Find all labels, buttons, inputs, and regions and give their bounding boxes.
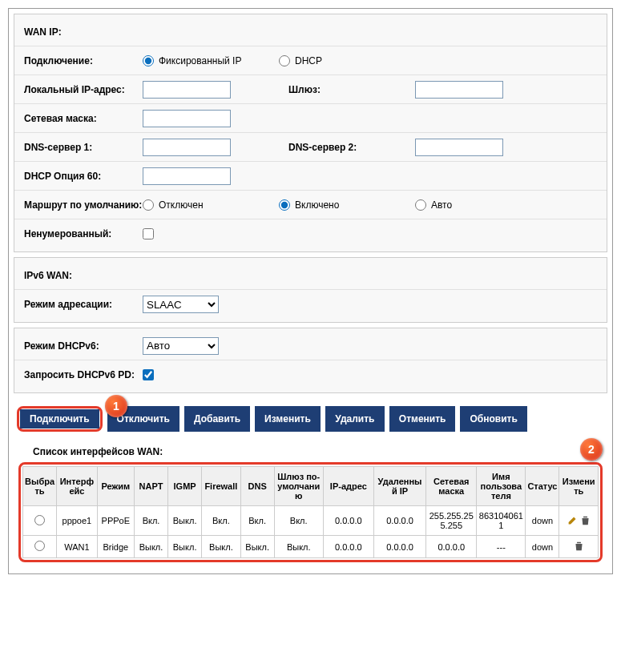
dhcpv6-mode-select[interactable]: Авто: [143, 337, 219, 355]
cell-dns: Вкл.: [240, 506, 274, 536]
defroute-off-radio[interactable]: [143, 199, 154, 211]
wan-table: Выбрать Интерфейс Режим NAPT IGMP Firewa…: [22, 466, 599, 558]
config-panel: WAN IP: Подключение: Фиксированный IP DH…: [8, 8, 613, 574]
cell-igmp: Выкл.: [168, 506, 202, 536]
cell-mode: Bridge: [97, 536, 134, 558]
th-igmp: IGMP: [168, 467, 202, 506]
cell-ip: 0.0.0.0: [323, 536, 373, 558]
cancel-button[interactable]: Отменить: [389, 406, 456, 432]
th-firewall: Firewall: [202, 467, 240, 506]
trash-icon[interactable]: [574, 541, 584, 553]
cell-remote-ip: 0.0.0.0: [373, 536, 425, 558]
wan-list-section: Список интерфейсов WAN: 2 Выбрать Интерф…: [14, 440, 607, 562]
row-select-radio[interactable]: [34, 515, 45, 525]
cell-iface: WAN1: [57, 536, 98, 558]
table-row: pppoe1PPPoEВкл.Выкл.Вкл.Вкл.Вкл.0.0.0.00…: [23, 506, 599, 536]
th-status: Статус: [526, 467, 559, 506]
cell-status: down: [526, 506, 559, 536]
connection-dhcp-radio[interactable]: [279, 55, 290, 66]
th-edit: Изменить: [559, 467, 599, 506]
local-ip-label: Локальный IP-адрес:: [14, 84, 143, 95]
defroute-on-label: Включено: [295, 199, 339, 211]
cell-mode: PPPoE: [97, 506, 134, 536]
cell-remote-ip: 0.0.0.0: [373, 506, 425, 536]
netmask-input[interactable]: [143, 110, 231, 127]
dhcpv6-section: Режим DHCPv6: Авто Запросить DHCPv6 PD:: [14, 328, 607, 393]
dhcpv6-pd-checkbox[interactable]: [143, 369, 154, 380]
defroute-label: Маршрут по умолчанию:: [14, 199, 143, 211]
addrmode-label: Режим адресации:: [14, 299, 143, 310]
cell-iface: pppoe1: [57, 506, 98, 536]
table-row: WAN1BridgeВыкл.Выкл.Выкл.Выкл.Выкл.0.0.0…: [23, 536, 599, 558]
row-select-radio[interactable]: [34, 541, 45, 551]
refresh-button[interactable]: Обновить: [460, 406, 526, 432]
defroute-on-radio[interactable]: [279, 199, 290, 211]
dns1-input[interactable]: [143, 139, 231, 156]
pencil-icon[interactable]: [567, 515, 578, 527]
cell-napt: Выкл.: [134, 536, 167, 558]
wan-table-highlight: Выбрать Интерфейс Режим NAPT IGMP Firewa…: [18, 462, 603, 562]
button-bar: Подключить 1 Отключить Добавить Изменить…: [14, 398, 607, 440]
table-header-row: Выбрать Интерфейс Режим NAPT IGMP Firewa…: [23, 467, 599, 506]
wan-list-title: Список интерфейсов WAN:: [14, 440, 607, 461]
dns2-label: DNS-сервер 2:: [279, 142, 391, 153]
dns1-label: DNS-сервер 1:: [14, 142, 143, 153]
cell-napt: Вкл.: [134, 506, 167, 536]
connection-dhcp-label: DHCP: [295, 55, 322, 66]
cell-igmp: Выкл.: [168, 536, 202, 558]
connect-button[interactable]: Подключить: [20, 409, 99, 429]
defroute-off-label: Отключен: [159, 199, 204, 211]
cell-gateway: Выкл.: [274, 536, 323, 558]
th-username: Имя пользователя: [477, 467, 526, 506]
cell-ip: 0.0.0.0: [323, 506, 373, 536]
th-remote-ip: Удаленный IP: [373, 467, 425, 506]
th-mode: Режим: [97, 467, 134, 506]
wan-ip-heading: WAN IP:: [14, 26, 143, 38]
th-select: Выбрать: [23, 467, 57, 506]
opt60-input[interactable]: [143, 167, 231, 185]
cell-dns: Выкл.: [240, 536, 274, 558]
cell-gateway: Вкл.: [274, 506, 323, 536]
dhcpv6-mode-label: Режим DHCPv6:: [14, 340, 143, 352]
dns2-input[interactable]: [415, 139, 503, 156]
marker-2: 2: [580, 438, 603, 461]
add-button[interactable]: Добавить: [184, 406, 250, 432]
delete-button[interactable]: Удалить: [325, 406, 385, 432]
th-iface: Интерфейс: [57, 467, 98, 506]
trash-icon[interactable]: [580, 515, 591, 527]
wan-ip-section: WAN IP: Подключение: Фиксированный IP DH…: [14, 14, 607, 252]
cell-netmask: 0.0.0.0: [426, 536, 477, 558]
connection-fixed-label: Фиксированный IP: [159, 55, 241, 66]
cell-firewall: Вкл.: [202, 506, 240, 536]
th-netmask: Сетевая маска: [426, 467, 477, 506]
unnumbered-label: Ненумерованный:: [14, 228, 143, 239]
addrmode-select[interactable]: SLAAC: [143, 296, 219, 313]
marker-1: 1: [105, 395, 127, 417]
dhcpv6-pd-label: Запросить DHCPv6 PD:: [14, 369, 143, 380]
cell-firewall: Выкл.: [202, 536, 240, 558]
connect-highlight: Подключить: [17, 406, 103, 432]
cell-username: ---: [477, 536, 526, 558]
connection-fixed-radio[interactable]: [143, 55, 154, 66]
netmask-label: Сетевая маска:: [14, 113, 143, 124]
defroute-auto-label: Авто: [431, 199, 452, 211]
gateway-input[interactable]: [415, 81, 503, 99]
ipv6-wan-heading: IPv6 WAN:: [14, 270, 143, 281]
connection-label: Подключение:: [14, 55, 143, 66]
cell-username: 8631040611: [477, 506, 526, 536]
th-napt: NAPT: [134, 467, 167, 506]
th-ip: IP-адрес: [323, 467, 373, 506]
ipv6-wan-section: IPv6 WAN: Режим адресации: SLAAC: [14, 257, 607, 323]
local-ip-input[interactable]: [143, 81, 231, 99]
th-gateway: Шлюз по-умолчанию: [274, 467, 323, 506]
unnumbered-checkbox[interactable]: [143, 228, 154, 239]
gateway-label: Шлюз:: [279, 84, 391, 95]
modify-button[interactable]: Изменить: [255, 406, 321, 432]
defroute-auto-radio[interactable]: [415, 199, 426, 211]
opt60-label: DHCP Опция 60:: [14, 171, 143, 182]
th-dns: DNS: [240, 467, 274, 506]
cell-netmask: 255.255.255.255: [426, 506, 477, 536]
cell-status: down: [526, 536, 559, 558]
